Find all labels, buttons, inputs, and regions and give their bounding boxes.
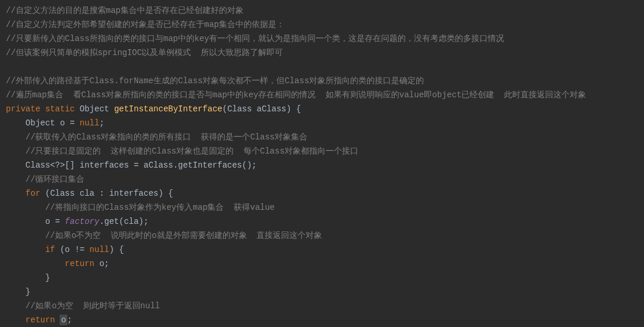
method-signature[interactable]: private static Object getInstanceByInter… bbox=[0, 102, 644, 116]
code-line-comment: //只要新传入的Class所指向的类的接口与map中的key有一个相同，就认为是… bbox=[0, 32, 644, 46]
keyword-for: for bbox=[26, 189, 40, 198]
return-type: Object bbox=[80, 104, 109, 114]
keyword-static: static bbox=[45, 104, 74, 114]
keyword-return: return bbox=[65, 259, 94, 268]
code-line-comment: //但该案例只简单的模拟springIOC以及单例模式 所以大致思路了解即可 bbox=[0, 46, 644, 60]
comment-text: //循环接口集合 bbox=[26, 175, 85, 184]
code-line-comment: //自定义方法的目的是搜索map集合中是否存在已经创建好的对象 bbox=[0, 4, 644, 18]
semicolon: ; bbox=[100, 118, 104, 128]
keyword-if: if bbox=[45, 245, 55, 254]
keyword-private: private bbox=[6, 104, 40, 114]
code-line-comment: //只要接口是固定的 这样创建的Class对象也是固定的 每个Class对象都指… bbox=[0, 144, 644, 158]
if-cond: (o != bbox=[55, 245, 90, 254]
comment-text: //自定义方法的目的是搜索map集合中是否存在已经创建好的对象 bbox=[6, 6, 244, 15]
code-line-comment: //如果o不为空 说明此时的o就是外部需要创建的对象 直接返回这个对象 bbox=[0, 229, 644, 243]
assign-prefix: o = bbox=[45, 217, 65, 226]
code-line-comment: //外部传入的路径基于Class.forName生成的Class对象每次都不一样… bbox=[0, 74, 644, 88]
semicolon: ; bbox=[67, 315, 72, 325]
comment-text: //只要新传入的Class所指向的类的接口与map中的key有一个相同，就认为是… bbox=[6, 34, 504, 43]
brace: } bbox=[26, 287, 30, 297]
comment-text: //获取传入的Class对象指向的类的所有接口 获得的是一个Class对象集合 bbox=[26, 132, 308, 142]
paren-open: ( bbox=[222, 104, 227, 114]
for-loop[interactable]: for (Class cla : interfaces) { bbox=[0, 186, 644, 200]
code-line-comment: //获取传入的Class对象指向的类的所有接口 获得的是一个Class对象集合 bbox=[0, 130, 644, 144]
for-condition: (Class cla : interfaces) { bbox=[40, 189, 173, 198]
get-call: .get(cla); bbox=[100, 217, 149, 226]
comment-text: //只要接口是固定的 这样创建的Class对象也是固定的 每个Class对象都指… bbox=[26, 147, 358, 156]
comment-text: //将指向接口的Class对象作为key传入map集合 获得value bbox=[45, 203, 275, 212]
if-statement[interactable]: if (o != null) { bbox=[0, 243, 644, 257]
blank-line bbox=[0, 60, 644, 74]
var-decl: Object o = bbox=[26, 118, 80, 128]
interfaces-declaration: Class<?>[] interfaces = aClass.getInterf… bbox=[26, 161, 257, 170]
code-line-comment: //循环接口集合 bbox=[0, 172, 644, 186]
factory-var: factory bbox=[65, 217, 100, 226]
brace: } bbox=[45, 273, 50, 282]
return-statement[interactable]: return o; bbox=[0, 313, 644, 327]
method-name: getInstanceByInterface bbox=[114, 104, 222, 114]
return-value: o; bbox=[94, 259, 109, 268]
null-keyword: null bbox=[90, 245, 109, 254]
comment-text: //外部传入的路径基于Class.forName生成的Class对象每次都不一样… bbox=[6, 76, 424, 86]
null-keyword: null bbox=[80, 118, 100, 128]
comment-text: //如果o为空 则此时等于返回null bbox=[26, 301, 160, 311]
brace-close[interactable]: } bbox=[0, 271, 644, 285]
code-line-comment: //自定义方法判定外部希望创建的对象是否已经存在于map集合中的依据是： bbox=[0, 18, 644, 32]
if-end: ) { bbox=[109, 245, 124, 254]
comment-text: //但该案例只简单的模拟springIOC以及单例模式 所以大致思路了解即可 bbox=[6, 48, 283, 57]
code-line[interactable]: o = factory.get(cla); bbox=[0, 214, 644, 229]
param-name: aClass bbox=[257, 104, 286, 114]
code-line-comment: //将指向接口的Class对象作为key传入map集合 获得value bbox=[0, 200, 644, 214]
comment-text: //自定义方法判定外部希望创建的对象是否已经存在于map集合中的依据是： bbox=[6, 20, 285, 29]
paren-close: ) { bbox=[286, 104, 301, 114]
comment-text: //如果o不为空 说明此时的o就是外部需要创建的对象 直接返回这个对象 bbox=[45, 231, 322, 240]
brace-close[interactable]: } bbox=[0, 285, 644, 299]
code-line-comment: //如果o为空 则此时等于返回null bbox=[0, 299, 644, 313]
keyword-return: return bbox=[26, 315, 55, 325]
code-line[interactable]: Class<?>[] interfaces = aClass.getInterf… bbox=[0, 158, 644, 172]
return-statement[interactable]: return o; bbox=[0, 257, 644, 271]
code-line-comment: //遍历map集合 看Class对象所指向的类的接口是否与map中的key存在相… bbox=[0, 88, 644, 102]
code-line[interactable]: Object o = null; bbox=[0, 116, 644, 130]
comment-text: //遍历map集合 看Class对象所指向的类的接口是否与map中的key存在相… bbox=[6, 90, 586, 100]
return-highlighted: o bbox=[60, 315, 67, 325]
param-type: Class bbox=[227, 104, 252, 114]
